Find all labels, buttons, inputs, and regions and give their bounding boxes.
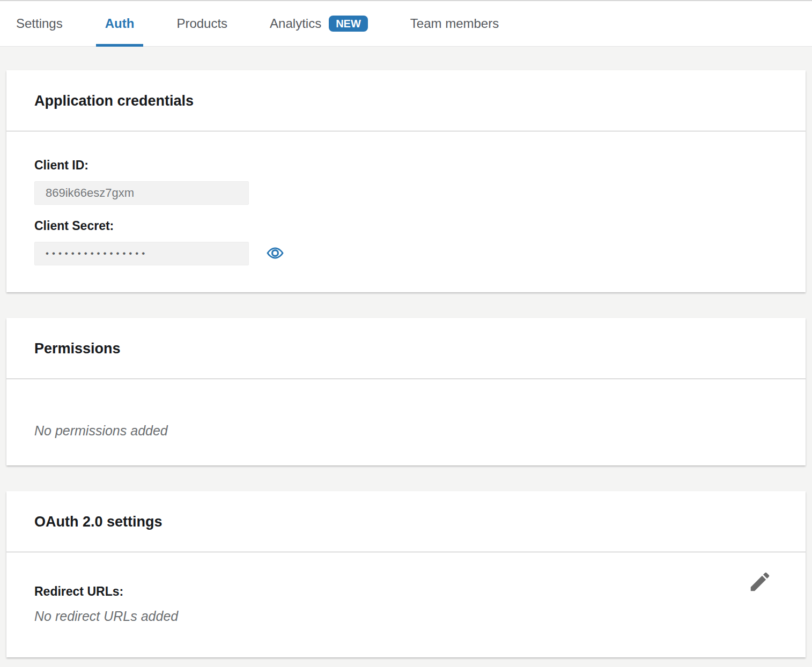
client-id-label: Client ID:: [34, 158, 778, 173]
edit-redirect-urls-button[interactable]: [748, 569, 772, 596]
tab-team-members-label: Team members: [410, 16, 499, 31]
no-redirect-urls-text: No redirect URLs added: [34, 609, 778, 624]
application-credentials-body: Client ID: 869ik66esz7gxm Client Secret:…: [6, 131, 806, 292]
new-badge: NEW: [329, 16, 368, 32]
tab-settings[interactable]: Settings: [7, 1, 72, 46]
tab-products[interactable]: Products: [167, 1, 237, 46]
oauth-settings-title: OAuth 2.0 settings: [34, 514, 778, 530]
client-secret-label: Client Secret:: [34, 219, 778, 233]
application-credentials-title: Application credentials: [34, 93, 778, 109]
permissions-body: No permissions added: [6, 379, 806, 465]
oauth-settings-card: OAuth 2.0 settings Redirect URLs: No red…: [6, 491, 806, 657]
tab-auth-label: Auth: [105, 16, 135, 31]
tab-team-members[interactable]: Team members: [401, 1, 508, 46]
pencil-icon: [748, 588, 772, 596]
tab-bar: Settings Auth Products Analytics NEW Tea…: [0, 0, 812, 47]
application-credentials-header: Application credentials: [6, 70, 806, 131]
application-credentials-card: Application credentials Client ID: 869ik…: [6, 70, 806, 292]
client-id-value: 869ik66esz7gxm: [34, 181, 249, 205]
tab-analytics[interactable]: Analytics NEW: [261, 1, 377, 46]
client-secret-masked-value: ••••••••••••••••: [34, 242, 249, 265]
permissions-card: Permissions No permissions added: [6, 318, 806, 465]
reveal-secret-button[interactable]: [266, 244, 284, 263]
tab-auth[interactable]: Auth: [96, 1, 144, 46]
tab-products-label: Products: [176, 16, 227, 31]
client-secret-row: ••••••••••••••••: [34, 242, 778, 265]
oauth-settings-header: OAuth 2.0 settings: [6, 491, 806, 552]
permissions-title: Permissions: [34, 340, 778, 357]
no-permissions-text: No permissions added: [34, 423, 778, 439]
eye-icon: [266, 244, 284, 263]
redirect-urls-label: Redirect URLs:: [34, 584, 778, 599]
tab-settings-label: Settings: [16, 16, 63, 31]
tab-analytics-label: Analytics: [270, 16, 321, 31]
oauth-settings-body: Redirect URLs: No redirect URLs added: [6, 552, 806, 657]
permissions-header: Permissions: [6, 318, 806, 379]
main-content: Application credentials Client ID: 869ik…: [0, 47, 812, 662]
